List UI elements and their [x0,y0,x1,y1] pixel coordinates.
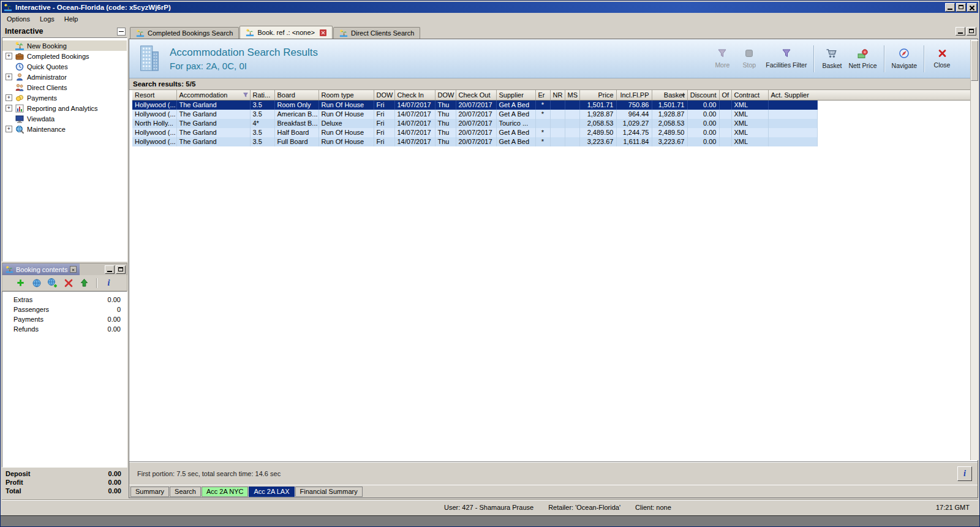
statusbar-user: User: 427 - Shamaura Prause [444,504,533,511]
expand-icon[interactable] [6,126,12,132]
navigate-button[interactable]: Navigate [889,42,920,75]
cell-contract: XML [731,119,768,128]
column-header-price[interactable]: Price [579,90,616,100]
cell-price: 1,928.87 [579,110,616,119]
sort-descending-icon[interactable] [680,92,686,99]
menu-help[interactable]: Help [59,14,83,24]
column-header-check-out[interactable]: Check Out [456,90,496,100]
menu-options[interactable]: Options [2,14,35,24]
cell-board: Breakfast B... [274,119,318,128]
cell-accommodation: The Garland [176,128,250,137]
more-button[interactable]: More [709,42,736,75]
close-panel-icon[interactable] [70,266,77,273]
basket-button[interactable]: Basket [818,42,845,75]
column-header-incl-fl-pp[interactable]: Incl.Fl.PP [616,90,652,100]
expand-icon[interactable] [6,53,12,59]
column-header-check-in[interactable]: Check In [394,90,435,100]
close-icon[interactable] [967,3,977,12]
menu-logs[interactable]: Logs [35,14,59,24]
sidebar-item-reporting-and-analytics[interactable]: Reporting and Analytics [2,103,127,113]
tab-completed-bookings-search[interactable]: Completed Bookings Search [130,27,239,39]
cell-er: * [535,137,550,146]
sidebar-item-payments[interactable]: Payments [2,93,127,103]
column-header-nr[interactable]: NR [550,90,565,100]
sidebar-item-new-booking[interactable]: New Booking [2,40,127,51]
minimize-icon[interactable] [945,3,955,12]
cell-room-type: Deluxe [318,119,374,128]
cell-accommodation: The Garland [176,137,250,146]
mdi-minimize-icon[interactable] [956,27,965,36]
results-grid-area: Resort Accommodation Rati... Board Room … [129,90,978,461]
panel-maximize-icon[interactable] [116,265,126,274]
vertical-scrollbar[interactable] [970,40,978,460]
up-arrow-icon[interactable] [79,278,90,289]
tab-summary[interactable]: Summary [130,487,169,497]
tab-acc-2a-lax[interactable]: Acc 2A LAX [249,487,294,497]
filter-funnel-icon[interactable] [243,92,249,99]
booking-contents-row[interactable]: Payments 0.00 [2,314,127,324]
result-row[interactable]: Hollywood (... The Garland 3.5 Room Only… [132,100,817,110]
sidebar-item-quick-quotes[interactable]: Quick Quotes [2,61,127,72]
column-header-resort[interactable]: Resort [132,90,176,100]
column-header-dow-out[interactable]: DOW [435,90,456,100]
sidebar-item-viewdata[interactable]: Viewdata [2,113,127,124]
info-icon[interactable]: i [104,278,115,289]
cell-supplier: Get A Bed [496,137,535,146]
column-header-of[interactable]: Of [719,90,731,100]
sidebar-item-completed-bookings[interactable]: Completed Bookings [2,51,127,61]
result-row[interactable]: Hollywood (... The Garland 3.5 Half Boar… [132,128,817,137]
panel-minimize-icon[interactable] [105,265,115,274]
close-x-icon [937,48,948,59]
column-header-room-type[interactable]: Room type [318,90,374,100]
booking-contents-row[interactable]: Extras 0.00 [2,295,127,305]
result-row[interactable]: North Holly... The Garland 4* Breakfast … [132,119,817,128]
tab-search[interactable]: Search [170,487,201,497]
tab-direct-clients-search[interactable]: Direct Clients Search [333,27,420,39]
maximize-icon[interactable] [956,3,966,12]
nett-price-button[interactable]: Nett Price [845,42,880,75]
result-row[interactable]: Hollywood (... The Garland 3.5 Full Boar… [132,137,817,146]
mdi-restore-icon[interactable] [967,27,976,36]
column-header-dow-in[interactable]: DOW [374,90,394,100]
globe-icon[interactable] [31,278,42,289]
sidebar-item-maintenance[interactable]: Maintenance [2,124,127,134]
tab-acc-2a-nyc[interactable]: Acc 2A NYC [202,487,249,497]
expand-icon[interactable] [6,105,12,112]
info-button[interactable]: i [957,466,972,481]
cell-rating: 4* [250,119,274,128]
column-header-ms[interactable]: MS [565,90,579,100]
cell-ms [565,137,579,146]
collapse-panel-icon[interactable] [117,28,126,36]
delete-icon[interactable] [63,278,74,289]
facilities-filter-button[interactable]: Facilities Filter [763,42,810,75]
column-header-rating[interactable]: Rati... [250,90,274,100]
cell-rating: 3.5 [250,100,274,110]
stop-button[interactable]: Stop [736,42,763,75]
column-header-er[interactable]: Er [535,90,550,100]
search-results-window: Accommodation Search Results For pax: 2A… [129,39,978,498]
tab-financial-summary[interactable]: Financial Summary [295,487,363,497]
grid-header-extension [817,90,978,100]
column-header-basket[interactable]: Basket [652,90,687,100]
globe-add-icon[interactable] [47,278,58,289]
column-header-accommodation[interactable]: Accommodation [176,90,250,100]
expand-icon[interactable] [6,74,12,80]
add-icon[interactable] [15,278,26,289]
scrollbar-thumb[interactable] [971,40,978,81]
column-header-board[interactable]: Board [274,90,318,100]
sidebar-item-direct-clients[interactable]: Direct Clients [2,82,127,93]
column-header-supplier[interactable]: Supplier [496,90,535,100]
tab-booking-ref[interactable]: Book. ref .: <none> [239,26,333,39]
booking-contents-row[interactable]: Refunds 0.00 [2,324,127,334]
expand-icon[interactable] [6,94,12,101]
cell-er: * [535,128,550,137]
sidebar-item-administrator[interactable]: Administrator [2,72,127,82]
column-header-act-supplier[interactable]: Act. Supplier [768,90,817,100]
close-results-button[interactable]: Close [929,42,956,75]
tab-close-icon[interactable] [320,29,326,36]
column-header-contract[interactable]: Contract [731,90,768,100]
result-row[interactable]: Hollywood (... The Garland 3.5 American … [132,110,817,119]
column-header-discount[interactable]: Discount [687,90,719,100]
booking-contents-tab[interactable]: Booking contents [2,264,80,275]
booking-contents-row[interactable]: Passengers 0 [2,305,127,314]
